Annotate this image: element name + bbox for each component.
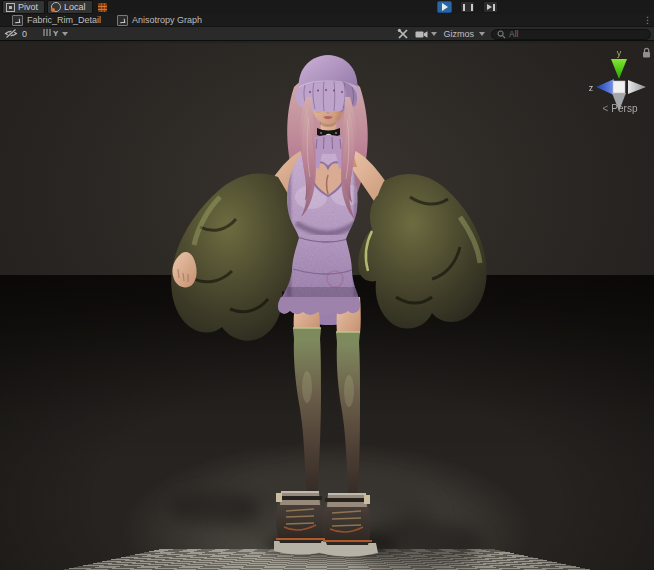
left-stocking-band [293,328,321,339]
local-rotation-icon [51,2,61,12]
search-icon [497,30,506,39]
grid-axis-label: Y [53,29,58,38]
axis-x-cone[interactable] [628,80,646,94]
projection-label: Persp [611,103,637,114]
transport-controls [437,1,498,13]
jacket-right-sleeve [358,174,487,329]
graph-asset-icon [117,15,128,26]
local-toggle-button[interactable]: Local [47,0,93,14]
chevron-down-icon [479,32,485,36]
tab-anisotropy-graph[interactable]: Anisotropy Graph [109,14,210,27]
pause-icon [463,4,473,11]
tab-fabric-rim-detail[interactable]: Fabric_Rim_Detail [4,14,109,27]
gizmo-center-cube[interactable] [613,81,625,93]
search-value: All [509,29,518,39]
main-toolbar: Pivot Local [0,0,654,14]
right-stocking-band [336,332,360,343]
scene-visibility-eye-icon[interactable] [4,28,18,39]
pivot-toggle-button[interactable]: Pivot [2,0,45,14]
pause-button[interactable] [460,1,475,13]
scene-viewport[interactable]: y z <Persp [0,41,654,570]
hidden-objects-count: 0 [22,29,27,39]
component-tools-icon[interactable] [397,28,409,40]
gizmos-dropdown[interactable]: Gizmos [443,29,485,39]
camera-view-icon [415,30,428,39]
tab-label: Fabric_Rim_Detail [27,15,101,25]
pivot-label: Pivot [18,2,38,12]
right-sneaker [320,493,378,557]
step-icon [487,4,495,11]
camera-view-dropdown[interactable] [415,30,437,39]
local-label: Local [64,2,86,12]
chevron-down-icon[interactable] [62,32,68,36]
grid-visibility-icon[interactable]: Y [43,29,58,38]
tab-bar: Fabric_Rim_Detail Anisotropy Graph ⋮ [0,14,654,27]
scene-view-toolbar: 0 Y [0,27,654,41]
chevron-down-icon [431,32,437,36]
character-model[interactable] [160,47,500,562]
graph-asset-icon [12,15,23,26]
step-button[interactable] [483,1,498,13]
right-stocking [337,342,360,499]
projection-arrow-icon: < [603,103,609,114]
axis-y-cone[interactable] [611,59,627,79]
pivot-icon [6,3,15,12]
scene-search-input[interactable]: All [491,29,651,40]
viewport-top-edge [0,41,654,43]
kebab-menu-icon[interactable]: ⋮ [643,14,652,27]
play-icon [442,3,448,11]
left-sneaker [274,491,328,555]
axis-z-cone[interactable] [596,79,614,95]
axis-y-label: y [617,48,622,58]
unity-editor-window: Pivot Local Fabric_Rim_Detail Anisotropy… [0,0,654,570]
gizmos-label: Gizmos [443,29,474,39]
lock-icon[interactable] [643,48,650,57]
grid-lines-icon [43,29,52,38]
axis-z-label: z [589,83,594,93]
play-button[interactable] [437,1,452,13]
tab-label: Anisotropy Graph [132,15,202,25]
left-stocking [294,338,321,497]
grid-snap-icon[interactable] [98,3,107,12]
projection-toggle[interactable]: <Persp [584,103,654,114]
